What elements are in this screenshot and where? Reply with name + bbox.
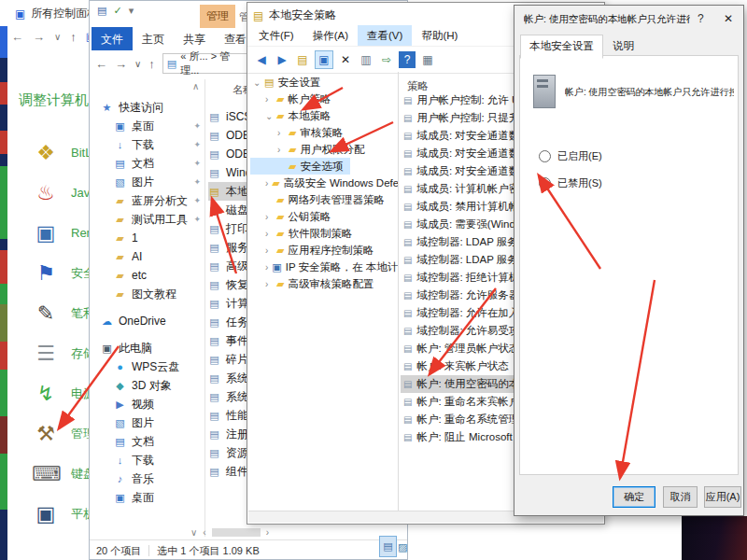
menu-item[interactable]: 帮助(H): [412, 25, 467, 46]
recent-locations-icon[interactable]: ∨: [134, 59, 141, 69]
expand-icon[interactable]: ›: [265, 229, 273, 239]
sidebar-item[interactable]: ▤ 文档 ✦: [93, 432, 204, 451]
scroll-down-icon[interactable]: ∨: [190, 527, 197, 538]
sidebar-item[interactable]: ▣ 此电脑 ✦: [93, 339, 204, 357]
desktop-shortcut-icon[interactable]: ▤: [379, 536, 397, 557]
tree-node[interactable]: ▰ 网络列表管理器策略: [250, 191, 398, 208]
toolbar-icon[interactable]: ▦: [419, 51, 436, 68]
qat-icon[interactable]: ✓: [113, 6, 121, 16]
tree-node[interactable]: › ▰ 审核策略: [250, 124, 398, 141]
sidebar-item[interactable]: ▰ 1 ✦: [93, 229, 204, 247]
ribbon-tab[interactable]: 文件: [92, 27, 133, 50]
back-icon[interactable]: ←: [11, 30, 23, 44]
sidebar-item-icon: ●: [114, 362, 126, 372]
recent-locations-icon[interactable]: ∨: [54, 32, 61, 42]
sidebar-item[interactable]: ▶ 视频 ✦: [93, 395, 204, 413]
scroll-left-icon[interactable]: ‹: [203, 527, 205, 538]
expand-icon[interactable]: ›: [265, 245, 273, 256]
tree-node[interactable]: › ▰ 用户权限分配: [250, 141, 398, 158]
ribbon-tab[interactable]: 共享: [174, 27, 215, 50]
toolbar-icon[interactable]: ▶: [274, 51, 290, 68]
cancel-button[interactable]: 取消: [663, 486, 698, 508]
policy-label: 帐户: 重命名来宾帐户: [416, 395, 519, 409]
expand-icon[interactable]: ›: [277, 145, 285, 155]
dialog-tab[interactable]: 本地安全设置: [520, 35, 603, 59]
expand-icon[interactable]: ›: [265, 94, 273, 105]
scrollbar-thumb[interactable]: [212, 528, 261, 537]
tree-node[interactable]: ▰ 安全选项: [250, 158, 350, 175]
menu-item[interactable]: 查看(V): [358, 25, 412, 46]
sidebar-item[interactable]: ★ 快速访问 ✦: [93, 98, 204, 117]
scroll-right-icon[interactable]: ›: [266, 527, 269, 538]
qat-icon[interactable]: ▤: [97, 6, 106, 16]
sidebar-item[interactable]: ▰ 测试用工具 ✦: [93, 210, 204, 229]
toolbar-icon[interactable]: ▤: [294, 51, 311, 68]
up-icon[interactable]: ↑: [148, 57, 155, 71]
tree-node[interactable]: › ▰ 帐户策略: [250, 91, 398, 107]
expand-icon[interactable]: ›: [265, 262, 268, 273]
sidebar-item[interactable]: ▰ AI ✦: [93, 247, 204, 266]
tree-node[interactable]: ⌄ ▤ 安全设置: [250, 74, 398, 91]
tree-node-label: 安全选项: [300, 160, 343, 174]
sidebar-item[interactable]: ☁ OneDrive ✦: [93, 312, 204, 330]
up-icon[interactable]: ↑: [70, 30, 77, 44]
sidebar-item[interactable]: ▤ 文档 ✦: [93, 154, 204, 173]
apply-button[interactable]: 应用(A): [704, 486, 741, 508]
sidebar-item[interactable]: ▰ 图文教程 ✦: [93, 285, 204, 303]
tree-node[interactable]: › ▰ 软件限制策略: [250, 225, 398, 242]
back-icon[interactable]: ←: [95, 57, 107, 71]
forward-icon[interactable]: →: [115, 57, 127, 71]
control-panel-item-icon: ♨: [32, 179, 60, 207]
sidebar-item[interactable]: ▧ 图片 ✦: [93, 173, 204, 191]
toolbar-icon[interactable]: ?: [399, 51, 416, 68]
tree-node[interactable]: › ▰ 高级安全 Windows Defender 防火墙: [250, 175, 398, 191]
close-icon[interactable]: ✕: [724, 12, 733, 25]
sidebar-item[interactable]: ▰ etc ✦: [93, 266, 204, 285]
tree-node[interactable]: ⌄ ▰ 本地策略: [250, 107, 398, 124]
sidebar-item[interactable]: ↓ 下载 ✦: [93, 451, 204, 469]
ok-button[interactable]: 确定: [613, 486, 655, 508]
toolbar-icon[interactable]: ⇨: [378, 51, 395, 68]
sidebar-item[interactable]: ● WPS云盘 ✦: [93, 357, 204, 376]
toolbar-icon[interactable]: ▣: [315, 50, 333, 69]
radio-icon[interactable]: [539, 150, 551, 162]
help-icon[interactable]: ?: [698, 12, 704, 25]
sidebar-item[interactable]: ◆ 3D 对象 ✦: [93, 376, 204, 395]
qat-icon[interactable]: ▾: [129, 6, 134, 16]
radio-option[interactable]: 已禁用(S): [539, 175, 602, 191]
toolbar-icon[interactable]: ✕: [337, 51, 354, 68]
expand-icon[interactable]: ›: [277, 128, 285, 138]
navigation-pane: ★ 快速访问 ✦ ▣ 桌面 ✦ ↓ 下载 ✦ ▤ 文档 ✦ ▧ 图片: [93, 98, 204, 507]
desktop-shortcut-icon-2[interactable]: ▨: [398, 541, 409, 553]
sidebar-item[interactable]: ▧ 图片 ✦: [93, 413, 204, 432]
radio-option[interactable]: 已启用(E): [539, 147, 602, 164]
sidebar-item[interactable]: ↓ 下载 ✦: [93, 135, 204, 154]
expand-icon[interactable]: ›: [265, 279, 273, 289]
forward-icon[interactable]: →: [33, 30, 45, 44]
sidebar-scroll-up-icon[interactable]: ∧: [192, 81, 199, 91]
tree-node[interactable]: › ▰ 高级审核策略配置: [250, 275, 398, 292]
breadcrumb-icon: ▤: [167, 59, 176, 69]
sidebar-item[interactable]: ▰ 蓝屏分析文 ✦: [93, 191, 204, 210]
expand-icon[interactable]: ›: [265, 178, 268, 189]
menu-item[interactable]: 操作(A): [303, 25, 358, 46]
tree-node[interactable]: › ▰ 应用程序控制策略: [250, 242, 398, 259]
expand-icon[interactable]: ⌄: [253, 77, 261, 88]
sidebar-item[interactable]: ♪ 音乐 ✦: [93, 469, 204, 488]
tree-node[interactable]: › ▰ 公钥策略: [250, 208, 398, 225]
toolbar-icon[interactable]: ◀: [253, 51, 270, 68]
menu-item[interactable]: 文件(F): [249, 25, 303, 46]
ribbon-tab[interactable]: 主页: [133, 27, 174, 50]
edge-strip-segment: [0, 26, 7, 58]
policy-icon: ▤: [403, 398, 412, 407]
expand-icon[interactable]: ›: [265, 212, 273, 222]
sidebar-item[interactable]: ▣ 桌面 ✦: [93, 488, 204, 507]
tree-node[interactable]: › ▣ IP 安全策略，在 本地计算机: [250, 259, 398, 275]
tree-node-label: 用户权限分配: [300, 143, 364, 157]
radio-icon[interactable]: [539, 177, 551, 189]
horizontal-scrollbar[interactable]: ∨ ‹ ›: [190, 525, 269, 539]
sidebar-item[interactable]: ▣ 桌面 ✦: [93, 117, 204, 135]
toolbar-icon[interactable]: ▥: [358, 51, 374, 68]
expand-icon[interactable]: ⌄: [265, 111, 273, 121]
ribbon-context-label[interactable]: 管理: [200, 5, 235, 28]
